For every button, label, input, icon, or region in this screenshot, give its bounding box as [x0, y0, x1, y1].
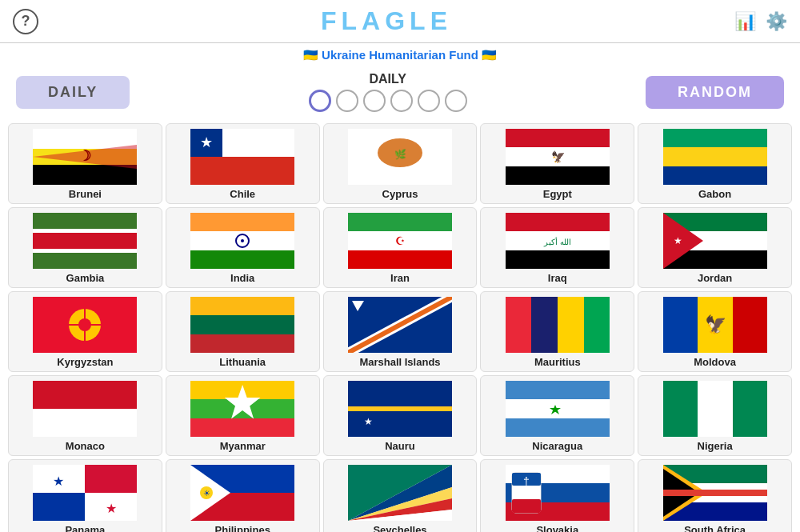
- flag-cell-slovakia[interactable]: †Slovakia: [480, 459, 634, 532]
- flag-name-jordan: Jordan: [698, 272, 732, 284]
- flag-cell-myanmar[interactable]: Myanmar: [166, 375, 320, 456]
- flag-cell-iraq[interactable]: الله أكبرIraq: [480, 207, 634, 288]
- flag-img-slovakia: †: [506, 465, 610, 521]
- svg-rect-60: [733, 297, 767, 353]
- flag-img-seychelles: [348, 465, 452, 521]
- circle-5[interactable]: [418, 90, 440, 112]
- flag-cell-seychelles[interactable]: Seychelles: [323, 459, 478, 532]
- flag-cell-nicaragua[interactable]: Nicaragua: [480, 375, 634, 456]
- svg-rect-62: [33, 381, 137, 409]
- flag-img-jordan: ★: [663, 213, 767, 269]
- flag-name-seychelles: Seychelles: [373, 524, 426, 532]
- svg-rect-77: [733, 381, 767, 437]
- flag-img-gabon: [663, 129, 767, 185]
- flag-img-moldova: 🦅: [663, 297, 767, 353]
- svg-text:★: ★: [106, 502, 117, 515]
- flag-img-southafrica: [663, 465, 767, 521]
- flag-name-mauritius: Mauritius: [534, 356, 581, 368]
- svg-rect-56: [558, 297, 584, 353]
- svg-rect-76: [698, 381, 733, 437]
- svg-rect-107: [663, 490, 767, 496]
- flag-cell-india[interactable]: India: [166, 207, 320, 288]
- svg-text:🦅: 🦅: [704, 314, 726, 335]
- ukraine-banner: 🇺🇦 Ukraine Humanitarian Fund 🇺🇦: [0, 43, 800, 67]
- flag-name-india: India: [230, 272, 254, 284]
- flag-img-philippines: ☀: [190, 465, 294, 521]
- svg-rect-31: [348, 250, 452, 269]
- flag-cell-gabon[interactable]: Gabon: [638, 123, 792, 204]
- circle-6[interactable]: [445, 90, 467, 112]
- flag-name-lithuania: Lithuania: [219, 356, 266, 368]
- circle-1[interactable]: [309, 90, 331, 112]
- daily-center-label: DAILY: [309, 72, 467, 86]
- svg-rect-6: [190, 157, 294, 185]
- circle-2[interactable]: [336, 90, 358, 112]
- svg-rect-47: [190, 297, 294, 315]
- flag-cell-iran[interactable]: ☪Iran: [323, 207, 478, 288]
- mode-bar: DAILY DAILY RANDOM: [0, 67, 800, 117]
- flag-cell-kyrgyzstan[interactable]: Kyrgyzstan: [8, 291, 162, 372]
- flag-name-egypt: Egypt: [543, 188, 572, 200]
- header: ? FLAGLE 📊 ⚙️: [0, 0, 800, 43]
- flag-cell-cyprus[interactable]: 🌿Cyprus: [323, 123, 478, 204]
- svg-rect-79: [85, 465, 137, 493]
- flag-name-iraq: Iraq: [548, 272, 567, 284]
- svg-text:☽: ☽: [78, 148, 91, 164]
- svg-rect-35: [506, 250, 610, 269]
- svg-rect-12: [506, 129, 610, 147]
- flag-name-monaco: Monaco: [66, 440, 105, 452]
- svg-rect-16: [663, 129, 767, 147]
- svg-text:★: ★: [673, 235, 682, 246]
- flag-cell-monaco[interactable]: Monaco: [8, 375, 162, 456]
- stats-icon[interactable]: 📊: [734, 11, 756, 32]
- flag-name-southafrica: South Africa: [684, 524, 746, 532]
- flag-cell-moldova[interactable]: 🦅Moldova: [638, 291, 792, 372]
- flag-cell-jordan[interactable]: ★Jordan: [638, 207, 792, 288]
- svg-rect-66: [190, 418, 294, 437]
- circles-container: [309, 90, 467, 112]
- flag-img-marshall: [348, 297, 452, 353]
- svg-rect-63: [33, 409, 137, 437]
- svg-rect-19: [33, 213, 137, 229]
- svg-rect-55: [531, 297, 558, 353]
- flag-cell-nigeria[interactable]: Nigeria: [638, 375, 792, 456]
- flag-cell-gambia[interactable]: Gambia: [8, 207, 162, 288]
- flag-cell-nauru[interactable]: ★Nauru: [323, 375, 478, 456]
- flag-img-cyprus: 🌿: [348, 129, 452, 185]
- help-icon[interactable]: ?: [13, 9, 38, 34]
- flag-name-iran: Iran: [390, 272, 410, 284]
- flag-name-brunei: Brunei: [69, 188, 102, 200]
- flag-img-nicaragua: [506, 381, 610, 437]
- flag-name-slovakia: Slovakia: [536, 524, 578, 532]
- flag-cell-marshall[interactable]: Marshall Islands: [323, 291, 478, 372]
- header-icons: 📊 ⚙️: [734, 11, 787, 32]
- circle-4[interactable]: [390, 90, 413, 112]
- svg-rect-18: [663, 166, 767, 185]
- flag-cell-chile[interactable]: ★Chile: [166, 123, 320, 204]
- flag-name-marshall: Marshall Islands: [359, 356, 440, 368]
- svg-rect-54: [506, 297, 531, 353]
- settings-icon[interactable]: ⚙️: [766, 11, 787, 32]
- flag-img-india: [190, 213, 294, 269]
- flag-name-panama: Panama: [65, 524, 105, 532]
- flag-cell-southafrica[interactable]: South Africa: [638, 459, 792, 532]
- flags-grid: ☽Brunei★Chile🌿Cyprus🦅EgyptGabonGambiaInd…: [0, 120, 800, 532]
- random-button[interactable]: RANDOM: [646, 76, 784, 109]
- flag-img-nauru: ★: [348, 381, 452, 437]
- flag-cell-panama[interactable]: ★★Panama: [8, 459, 162, 532]
- flag-cell-brunei[interactable]: ☽Brunei: [8, 123, 162, 204]
- flag-cell-lithuania[interactable]: Lithuania: [166, 291, 320, 372]
- circle-3[interactable]: [363, 90, 386, 112]
- flag-name-nicaragua: Nicaragua: [532, 440, 582, 452]
- flag-cell-mauritius[interactable]: Mauritius: [480, 291, 634, 372]
- svg-rect-57: [584, 297, 610, 353]
- flag-cell-egypt[interactable]: 🦅Egypt: [480, 123, 634, 204]
- svg-rect-17: [663, 147, 767, 166]
- flag-img-nigeria: [663, 381, 767, 437]
- flag-img-brunei: ☽: [33, 129, 137, 185]
- svg-rect-29: [348, 213, 452, 231]
- svg-rect-20: [33, 229, 137, 233]
- flag-img-lithuania: [190, 297, 294, 353]
- daily-button[interactable]: DAILY: [16, 76, 130, 109]
- flag-cell-philippines[interactable]: ☀Philippines: [166, 459, 320, 532]
